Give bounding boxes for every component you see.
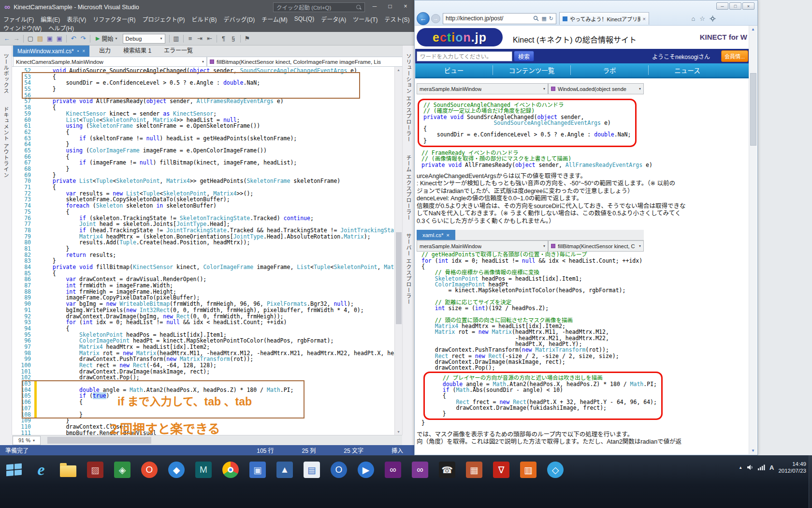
scrollbar-thumb[interactable] bbox=[396, 232, 402, 324]
site-search-input[interactable]: ワードを入力してください。 bbox=[417, 51, 512, 61]
ime-language-indicator[interactable]: A bbox=[769, 464, 774, 471]
close-icon[interactable]: × bbox=[82, 48, 85, 54]
vs-menu-item[interactable]: テスト(S) bbox=[381, 15, 413, 23]
start-debug-button[interactable]: ▶ 開始 ▾ bbox=[92, 34, 121, 43]
network-icon[interactable] bbox=[758, 464, 765, 470]
vs-menu-item[interactable]: 表示(V) bbox=[63, 15, 89, 23]
close-button[interactable]: × bbox=[742, 2, 754, 10]
taskbar-internet-explorer-icon[interactable]: e bbox=[30, 459, 52, 481]
vs-menu-item[interactable]: データ(A) bbox=[318, 15, 349, 23]
uncomment-icon[interactable]: § bbox=[229, 35, 238, 42]
taskbar-phone-tool-icon[interactable]: ☎ bbox=[436, 459, 458, 481]
vs-menu-item[interactable]: チーム(M) bbox=[258, 15, 291, 23]
vs-menu-item[interactable]: ウィンドウ(W) bbox=[0, 24, 45, 32]
tab-mainwindow-xaml-cs[interactable]: MainWindow.xaml.cs* • × bbox=[13, 45, 89, 57]
taskbar-app-blue-tile-icon[interactable]: ▣ bbox=[246, 459, 269, 481]
taskbar-photo-viewer-icon[interactable]: ▲ bbox=[274, 459, 296, 481]
tool-window-tab[interactable]: サーバー エクスプローラー bbox=[405, 233, 412, 305]
compatibility-view-icon[interactable]: ▦ bbox=[541, 15, 546, 22]
find-in-files-icon[interactable]: ≡ bbox=[186, 35, 195, 42]
vs-menu-item[interactable]: ビルド(B) bbox=[188, 15, 220, 23]
clock[interactable]: 14:49 2012/07/23 bbox=[778, 461, 806, 474]
scrollbar-thumb[interactable] bbox=[750, 73, 756, 146]
editor-horizontal-scrollbar[interactable] bbox=[41, 435, 402, 445]
taskbar-file-explorer-icon[interactable] bbox=[57, 459, 79, 481]
taskbar-app-orange-circle-icon[interactable]: O bbox=[138, 459, 160, 481]
taskbar-visual-studio-icon[interactable]: ∞ bbox=[382, 459, 404, 481]
taskbar-app-blue-o-icon[interactable]: O bbox=[328, 459, 350, 481]
site-search-button[interactable]: 検索 bbox=[514, 51, 534, 61]
refresh-icon[interactable]: ↻ bbox=[549, 15, 553, 22]
browser-tab[interactable]: やってみよう！Kinectアプリ開... × bbox=[559, 12, 649, 25]
taskbar-photos-icon[interactable]: ▦ bbox=[463, 459, 485, 481]
address-bar[interactable]: http://kinection.jp/post/ ▦ ↻ bbox=[443, 13, 556, 24]
site-nav-item[interactable]: ニュース bbox=[649, 63, 726, 77]
page-vertical-scrollbar[interactable]: ▲ ▼ bbox=[749, 26, 757, 454]
minimize-button[interactable]: ─ bbox=[716, 2, 728, 10]
hidden-icons-chevron[interactable]: ▲ bbox=[739, 465, 742, 470]
forward-button[interactable]: → bbox=[431, 14, 440, 23]
member-info-button[interactable]: 会員情... bbox=[721, 50, 748, 62]
tool-window-tab[interactable]: チーム エクスプローラー bbox=[405, 155, 412, 221]
vs-title-bar[interactable]: ∞ KinectCameraSample - Microsoft Visual … bbox=[0, 0, 414, 15]
open-file-icon[interactable]: ▤ bbox=[35, 35, 45, 42]
vs-tool-tab[interactable]: エラー一覧 bbox=[164, 46, 193, 54]
vs-menu-item[interactable]: SQL(Q) bbox=[291, 15, 318, 22]
show-desktop-button[interactable] bbox=[809, 455, 812, 508]
scrollbar-thumb[interactable] bbox=[47, 437, 151, 444]
outdent-icon[interactable]: ⇤ bbox=[205, 35, 215, 42]
site-logo[interactable]: ection.jp bbox=[417, 28, 503, 46]
gear-icon[interactable] bbox=[710, 15, 716, 22]
taskbar-app-green-icon[interactable]: ◈ bbox=[111, 459, 133, 481]
tool-window-tab[interactable]: ツールボックス bbox=[2, 53, 10, 94]
back-button[interactable]: ← bbox=[417, 12, 430, 25]
redo-icon[interactable]: ↷ bbox=[78, 35, 88, 42]
site-nav-item[interactable]: ラボ bbox=[571, 63, 648, 77]
vs-tool-tab[interactable]: 出力 bbox=[99, 46, 111, 54]
taskbar-app-m-icon[interactable]: M bbox=[192, 459, 215, 481]
search-icon[interactable] bbox=[533, 15, 539, 21]
vs-menu-item[interactable]: デバッグ(D) bbox=[220, 15, 259, 23]
vs-menu-item[interactable]: ファイル(F) bbox=[0, 15, 37, 23]
vs-menu-item[interactable]: リファクター(R) bbox=[89, 15, 139, 23]
home-icon[interactable]: ⌂ bbox=[691, 15, 695, 22]
taskbar-chrome-icon[interactable] bbox=[219, 459, 242, 481]
taskbar-pdf-icon[interactable]: ∇ bbox=[490, 459, 512, 481]
comment-icon[interactable]: ¶ bbox=[219, 35, 229, 42]
tool-window-tab[interactable]: ドキュメント アウトライン bbox=[2, 106, 10, 178]
zoom-level-select[interactable]: 91 % ▾ bbox=[13, 436, 41, 445]
taskbar-document-app-icon[interactable]: ▤ bbox=[301, 459, 323, 481]
maximize-button[interactable]: □ bbox=[729, 2, 741, 10]
favorites-star-icon[interactable]: ☆ bbox=[699, 15, 705, 22]
solution-configurations-icon[interactable]: ▥ bbox=[172, 35, 181, 42]
taskbar-media-player-icon[interactable]: ▶ bbox=[355, 459, 377, 481]
scroll-down-icon[interactable]: ▼ bbox=[395, 430, 402, 433]
taskbar-app-blue-circle-icon[interactable]: ◆ bbox=[165, 459, 188, 481]
save-all-icon[interactable]: ▣ bbox=[55, 35, 64, 42]
close-tab-icon[interactable]: × bbox=[643, 16, 646, 22]
site-nav-item[interactable]: ビュー bbox=[415, 63, 493, 77]
bookmark-icon[interactable]: ⚑ bbox=[243, 35, 252, 42]
scroll-down-icon[interactable]: ▼ bbox=[749, 448, 757, 453]
minimize-button[interactable]: ─ bbox=[367, 0, 382, 13]
taskbar-office-icon[interactable]: ▥ bbox=[517, 459, 539, 481]
new-file-icon[interactable]: ▢ bbox=[26, 35, 35, 42]
vs-menu-item[interactable]: 編集(E) bbox=[37, 15, 63, 23]
volume-icon[interactable] bbox=[747, 464, 754, 470]
scroll-up-icon[interactable]: ▲ bbox=[749, 27, 757, 31]
debug-configuration-select[interactable]: Debug ▾ bbox=[123, 34, 165, 44]
vs-menu-item[interactable]: ツール(T) bbox=[349, 15, 381, 23]
editor-vertical-scrollbar[interactable]: ▲ ▼ bbox=[394, 67, 402, 435]
pin-icon[interactable]: • bbox=[77, 48, 79, 54]
save-icon[interactable]: ▣ bbox=[45, 35, 55, 42]
vs-menu-item[interactable]: プロジェクト(P) bbox=[139, 15, 188, 23]
vs-menu-item[interactable]: ヘルプ(H) bbox=[45, 24, 77, 32]
vs-tool-tab[interactable]: 検索結果 1 bbox=[123, 46, 151, 54]
scroll-up-icon[interactable]: ▲ bbox=[395, 68, 402, 72]
maximize-button[interactable]: □ bbox=[382, 0, 398, 13]
nav-forward-icon[interactable]: → bbox=[12, 35, 21, 42]
members-dropdown[interactable]: fillBitmap(KinectSensor kinect, ColorIma… bbox=[207, 57, 414, 67]
start-button[interactable] bbox=[3, 459, 25, 481]
types-dropdown[interactable]: KinectCameraSample.MainWindow ▾ bbox=[13, 57, 207, 67]
code-editor[interactable]: 52 void AudioSource_SoundSourceAngleChan… bbox=[12, 67, 394, 435]
